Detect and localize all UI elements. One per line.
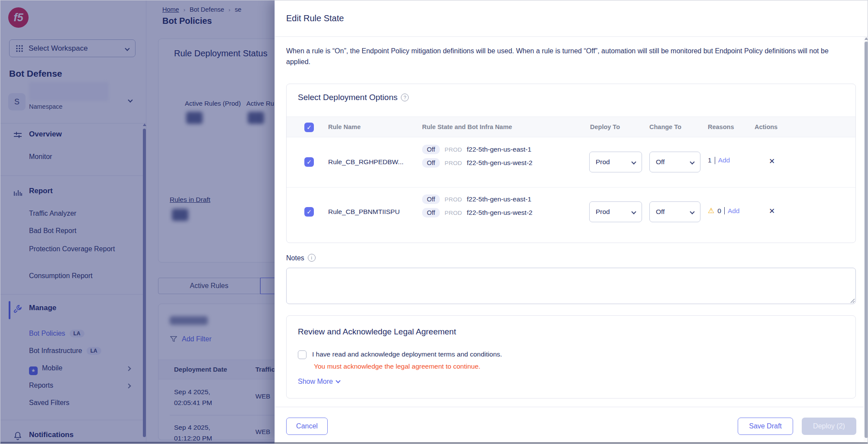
env-tag: PROD (445, 160, 462, 166)
bot-infra-name: f22-5th-gen-us-east-1 (467, 146, 531, 153)
legal-agreement-error: You must acknowledge the legal agreement… (314, 363, 481, 370)
info-icon[interactable]: i (308, 254, 316, 262)
rule-state-badge: Off (422, 145, 440, 154)
reasons-cell: ⚠ 0 Add (708, 206, 739, 215)
notes-label: Notesi (286, 254, 316, 262)
notes-input[interactable] (286, 268, 856, 304)
chevron-down-icon (690, 159, 694, 164)
modal-overlay-scrim[interactable] (0, 0, 274, 444)
drawer-title: Edit Rule State (286, 13, 344, 23)
divider (275, 36, 868, 37)
rule-state-badge: Off (422, 158, 440, 168)
divider (275, 407, 868, 407)
bot-infra-name: f22-5th-gen-us-west-2 (467, 159, 532, 167)
divider (724, 207, 725, 214)
legal-agreement-card: Review and Acknowledge Legal Agreement I… (286, 315, 856, 399)
deployment-options-title: Select Deployment Options? (298, 93, 409, 102)
bot-infra-name: f22-5th-gen-us-west-2 (467, 209, 532, 217)
reasons-cell: 1 Add (708, 156, 730, 164)
remove-rule-button[interactable]: ✕ (766, 205, 778, 217)
env-tag: PROD (445, 196, 462, 203)
chevron-down-icon (690, 209, 694, 214)
drawer-description: When a rule is “On”, the Endpoint Policy… (286, 45, 847, 67)
deploy-to-select[interactable]: Prod (589, 152, 642, 172)
cancel-button[interactable]: Cancel (286, 418, 328, 435)
options-table-header: ✓ Rule Name Rule State and Bot Infra Nam… (287, 117, 855, 137)
remove-rule-button[interactable]: ✕ (766, 156, 778, 167)
show-more-link[interactable]: Show More (298, 378, 340, 386)
chevron-down-icon (631, 209, 636, 214)
help-icon[interactable]: ? (401, 94, 409, 101)
env-tag: PROD (445, 146, 462, 153)
column-change-to: Change To (649, 123, 681, 130)
column-rule-state: Rule State and Bot Infra Name (422, 123, 512, 130)
chevron-down-icon (336, 378, 340, 383)
chevron-down-icon (631, 159, 636, 164)
column-rule-name: Rule Name (328, 123, 361, 130)
deploy-button[interactable]: Deploy (2) (802, 418, 856, 435)
rule-name: Rule_CB_PBNMTIISPU (328, 208, 417, 216)
rule-name: Rule_CB_RGHPEDBW... (328, 158, 417, 166)
save-draft-button[interactable]: Save Draft (738, 418, 793, 435)
deploy-to-select[interactable]: Prod (589, 201, 642, 222)
rule-row: ✓ Rule_CB_PBNMTIISPU Off PROD f22-5th-ge… (287, 187, 855, 237)
select-all-checkbox[interactable]: ✓ (304, 123, 314, 132)
scrollbar-thumb[interactable] (865, 42, 868, 438)
legal-agreement-title: Review and Acknowledge Legal Agreement (298, 327, 456, 337)
legal-agreement-checkbox[interactable] (298, 350, 307, 359)
change-to-select[interactable]: Off (649, 152, 700, 172)
reasons-count: 0 (717, 207, 721, 215)
column-deploy-to: Deploy To (590, 123, 620, 130)
column-reasons: Reasons (708, 123, 734, 130)
legal-agreement-label: I have read and acknowledge deployment t… (312, 350, 502, 358)
divider (715, 157, 715, 164)
reasons-count: 1 (708, 156, 712, 164)
env-tag: PROD (445, 210, 462, 216)
change-to-select[interactable]: Off (649, 201, 700, 222)
deployment-options-card: Select Deployment Options? ✓ Rule Name R… (286, 84, 856, 243)
rule-row: ✓ Rule_CB_RGHPEDBW... Off PROD f22-5th-g… (287, 137, 855, 187)
rule-checkbox[interactable]: ✓ (304, 207, 314, 217)
bot-infra-name: f22-5th-gen-us-east-1 (467, 195, 531, 203)
rule-state-badge: Off (422, 194, 440, 204)
rule-checkbox[interactable]: ✓ (304, 157, 314, 167)
rule-state-badge: Off (422, 208, 440, 217)
warning-icon: ⚠ (708, 206, 714, 215)
column-actions: Actions (755, 123, 778, 130)
add-reason-link[interactable]: Add (728, 207, 740, 215)
add-reason-link[interactable]: Add (718, 156, 730, 164)
edit-rule-state-drawer: Edit Rule State When a rule is “On”, the… (274, 0, 868, 442)
scroll-up-arrow[interactable] (865, 37, 868, 40)
drawer-scrollbar[interactable] (864, 37, 868, 442)
